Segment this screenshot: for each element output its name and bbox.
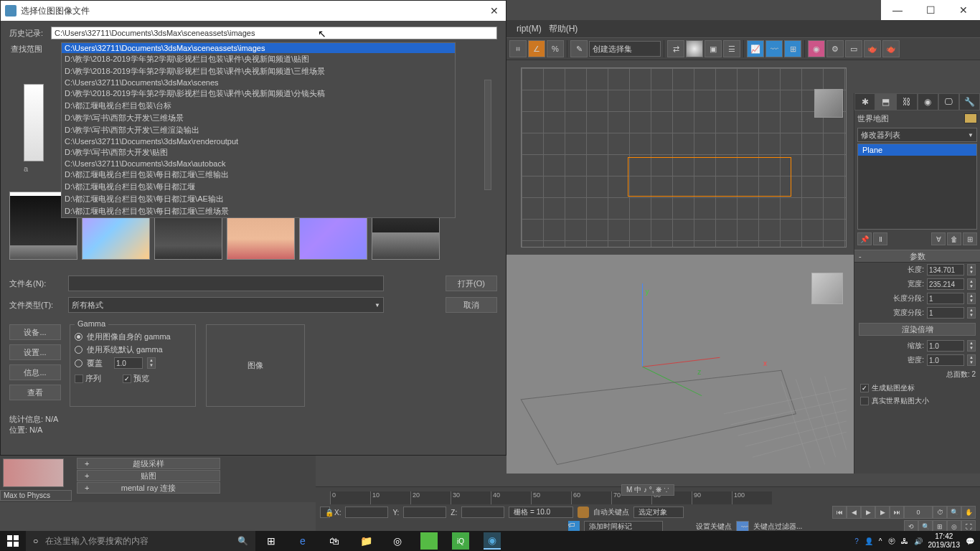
history-option[interactable]: D:\都江堰电视台栏目包装\每日都江堰\三维场景	[62, 205, 455, 217]
viewcube-top[interactable]	[814, 89, 843, 118]
setkey-button[interactable]: 设置关键点	[696, 522, 732, 532]
mirror-icon[interactable]: ⇄	[667, 40, 684, 57]
keyfilter-button[interactable]: 关键点过滤器...	[753, 522, 802, 532]
length-spinbtns[interactable]: ▲▼	[967, 264, 976, 276]
history-option[interactable]: D:\都江堰电视台栏目包装\每日都江堰	[62, 181, 455, 193]
chrome-icon[interactable]: ◎	[382, 531, 413, 551]
sequence-checkbox[interactable]	[75, 375, 83, 383]
history-option[interactable]: D:\都江堰电视台栏目包装\每日都江堰\AE输出	[62, 193, 455, 205]
mapping-rollout[interactable]: +贴图	[77, 470, 220, 481]
gamma-value-spinner[interactable]: 1.0	[114, 357, 143, 369]
pin-stack-icon[interactable]: 📌	[857, 232, 872, 245]
open-button[interactable]: 打开(O)	[446, 276, 497, 291]
object-color-swatch[interactable]	[964, 113, 977, 123]
width-spinbtns[interactable]: ▲▼	[967, 278, 976, 290]
taskbar-search[interactable]: ○ 在这里输入你要搜索的内容 🔍	[26, 531, 255, 551]
lenseg-spinner[interactable]: 1	[927, 293, 964, 304]
tray-up-icon[interactable]: ^	[879, 537, 882, 545]
show-end-icon[interactable]: Ⅱ	[873, 232, 887, 245]
lenseg-spinbtns[interactable]: ▲▼	[967, 293, 976, 304]
app-green-icon[interactable]	[420, 532, 438, 550]
time-display[interactable]: M 中 ♪ °, ❋ ∵	[621, 484, 674, 496]
widseg-spinbtns[interactable]: ▲▼	[967, 307, 976, 319]
history-option[interactable]: D:\教学\2018-2019学年第2学期\影视栏目包装\课件\央视新闻频道\三…	[62, 65, 455, 77]
history-option[interactable]: D:\教学\2018-2019学年第2学期\影视栏目包装\课件\央视新闻频道\贴…	[62, 53, 455, 65]
realworld-checkbox[interactable]	[860, 397, 869, 405]
make-unique-icon[interactable]: ∀	[931, 232, 946, 245]
network-tray-icon[interactable]: 🖧	[901, 537, 908, 545]
history-option[interactable]: C:\Users\32711\Documents\3dsMax\autoback	[62, 159, 455, 169]
info-button[interactable]: 信息...	[9, 364, 61, 380]
iqiyi-icon[interactable]: iQ	[452, 532, 469, 550]
devices-button[interactable]: 设备...	[9, 324, 61, 340]
gamma-auto-radio[interactable]	[75, 333, 83, 341]
render-setup-icon[interactable]: ⚙	[826, 40, 844, 57]
scale-spinbtns[interactable]: ▲▼	[967, 340, 976, 352]
viewport-top[interactable]	[507, 60, 854, 255]
material-editor-icon[interactable]: ◉	[808, 40, 825, 57]
rollout-parameters[interactable]: -参数	[854, 250, 980, 263]
taskview-icon[interactable]: ⊞	[255, 531, 287, 551]
width-spinner[interactable]: 235.214	[927, 278, 964, 290]
play-icon[interactable]: ▶	[861, 506, 875, 519]
time-config-icon[interactable]: ⏱	[933, 506, 947, 519]
autokey-button[interactable]: 自动关键点	[593, 507, 629, 517]
angle-snap-icon[interactable]: ∠	[528, 40, 545, 57]
filetype-dropdown[interactable]: 所有格式	[68, 297, 384, 313]
light-icon[interactable]	[686, 40, 703, 57]
percent-snap-icon[interactable]: %	[547, 40, 564, 57]
start-button[interactable]	[0, 531, 26, 551]
widseg-spinner[interactable]: 1	[927, 307, 964, 319]
coord-x[interactable]	[345, 507, 388, 518]
goto-start-icon[interactable]: ⏮	[832, 506, 847, 519]
frame-input[interactable]: 0	[904, 506, 933, 519]
render-icon[interactable]: 🫖	[882, 40, 900, 57]
keymode-dropdown[interactable]: 选定对象	[633, 507, 684, 518]
history-option[interactable]: D:\都江堰电视台栏目包装\每日都江堰\三维输出	[62, 169, 455, 181]
3dsmax-taskbar-icon[interactable]: ◉	[484, 532, 501, 550]
snap-toggle-icon[interactable]: ⌗	[509, 40, 527, 57]
align-icon[interactable]: ▣	[705, 40, 722, 57]
places-sidebar[interactable]	[24, 84, 44, 161]
help-tray-icon[interactable]: ?	[854, 537, 859, 545]
store-icon[interactable]: 🛍	[319, 531, 350, 551]
maximize-button[interactable]: ☐	[914, 0, 947, 20]
history-option[interactable]: D:\都江堰电视台栏目包装\台标	[62, 100, 455, 112]
display-tab[interactable]: 🖵	[938, 93, 959, 110]
goto-end-icon[interactable]: ⏭	[890, 506, 904, 519]
history-dropdown-list[interactable]: C:\Users\32711\Documents\3dsMax\sceneass…	[61, 42, 456, 218]
material-preview-thumb[interactable]	[3, 458, 64, 487]
selection-set-input[interactable]	[589, 41, 661, 57]
notifications-tray-icon[interactable]: 💬	[966, 537, 974, 545]
modifier-list-dropdown[interactable]: 修改器列表	[857, 128, 977, 142]
nav-pan-icon[interactable]: ✋	[961, 506, 976, 519]
ime-tray-icon[interactable]: ㊥	[888, 536, 895, 546]
view-button[interactable]: 查看	[9, 385, 61, 400]
dialog-titlebar[interactable]: 选择位图图像文件 ✕	[1, 1, 506, 21]
gamma-override-radio[interactable]	[75, 359, 83, 367]
create-tab[interactable]: ✱	[854, 93, 875, 110]
scale-spinner[interactable]: 1.0	[927, 340, 964, 352]
coord-y[interactable]	[403, 507, 446, 518]
graph-editor-icon[interactable]: 📈	[747, 40, 764, 57]
density-spinbtns[interactable]: ▲▼	[967, 354, 976, 366]
history-option[interactable]: D:\教学\写书\西部大开发\三维场景	[62, 112, 455, 124]
nav-zoom-icon[interactable]: 🔍	[947, 506, 961, 519]
motion-tab[interactable]: ◉	[918, 93, 938, 110]
edge-icon[interactable]: e	[287, 531, 319, 551]
viewport-perspective[interactable]: y x z	[507, 255, 854, 474]
clock[interactable]: 17:42 2019/3/13	[928, 532, 961, 550]
history-option[interactable]: C:\Users\32711\Documents\3dsMax\renderou…	[62, 136, 455, 146]
close-button[interactable]: ✕	[947, 0, 980, 20]
history-option[interactable]: D:\教学\2018-2019学年第2学期\影视栏目包装\课件\央视新闻频道\分…	[62, 88, 455, 100]
coord-z[interactable]	[461, 507, 504, 518]
explorer-icon[interactable]: 📁	[350, 531, 382, 551]
schematic-icon[interactable]: ⊞	[784, 40, 801, 57]
hierarchy-tab[interactable]: ⛓	[896, 93, 917, 110]
history-option[interactable]: C:\Users\32711\Documents\3dsMax\scenes	[62, 77, 455, 88]
gamma-spinbtns[interactable]: ▲▼	[147, 357, 156, 369]
filename-input[interactable]	[68, 276, 384, 291]
length-spinner[interactable]: 134.701	[927, 264, 964, 276]
scrollbar[interactable]	[484, 80, 491, 190]
lock-icon[interactable]: 🔒	[320, 507, 330, 518]
